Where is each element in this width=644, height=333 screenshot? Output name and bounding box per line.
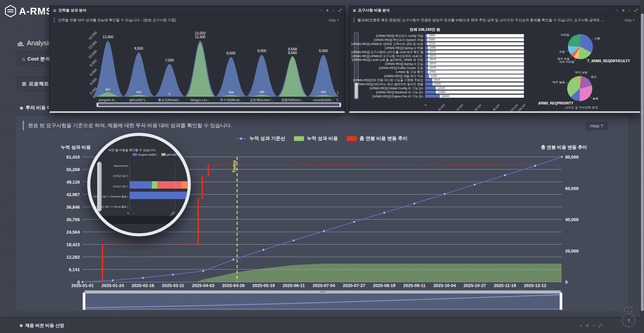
svg-text:2025-08-19: 2025-08-19 — [373, 283, 396, 288]
req-bar[interactable]: 2093 — [425, 38, 524, 42]
req-bar[interactable]: 2314 — [425, 42, 524, 46]
svg-text:80,000: 80,000 — [565, 154, 579, 160]
svg-text:2025-02-16: 2025-02-16 — [132, 283, 154, 288]
req-bar-value-segment — [425, 91, 436, 94]
minimize-icon: − — [627, 308, 629, 311]
scrollbar-handle-right[interactable] — [339, 103, 341, 107]
page-scrollbar[interactable] — [640, 0, 644, 333]
magnified-subtitle: 버전 별 비용을 확인할 수 있습니다. — [108, 148, 156, 152]
pies-caption: 난이도 및 우선순위 분포 — [548, 105, 615, 110]
req-bar[interactable]: 2970 — [425, 50, 524, 54]
personnel-scrollbar[interactable] — [96, 102, 341, 107]
scroll-top-button[interactable]: ↑ — [622, 314, 636, 327]
requirements-pie-charts[interactable]: 보통T_ARMS_REQDIFFICULTY매우 어려움매우 쉬움쉬움어려움매우… — [537, 25, 641, 113]
scrollbar-handle-left[interactable] — [97, 103, 98, 107]
req-bar-value-segment — [425, 62, 428, 66]
req-bar-value: 2970 — [430, 50, 436, 54]
magnified-row-label: 2025년 4분기 ( GitLab 활용 ) — [90, 205, 128, 209]
req-bar-value-segment — [425, 70, 428, 74]
magnified-row-label: BaseVersion — [90, 164, 128, 167]
svg-text:42,987: 42,987 — [66, 192, 80, 197]
svg-text:60,000: 60,000 — [565, 186, 579, 191]
svg-text:보통: 보통 — [594, 37, 600, 40]
req-bar-value: 8280 — [434, 82, 441, 86]
req-bar[interactable]: 2970 — [425, 58, 524, 62]
collapse-icon[interactable]: ∨ — [586, 323, 589, 328]
svg-text:7,000: 7,000 — [165, 58, 174, 62]
svg-text:2025-10-04: 2025-10-04 — [433, 283, 456, 288]
next-icon[interactable]: › — [593, 323, 594, 328]
bar-segment — [182, 181, 191, 189]
req-bar[interactable]: 4180 — [425, 74, 524, 78]
datazoom-handle-right[interactable] — [559, 292, 562, 310]
page-scrollbar-thumb[interactable] — [641, 14, 644, 311]
svg-text:2025-05-19: 2025-05-19 — [252, 283, 275, 288]
req-bar[interactable]: 2970 — [425, 62, 524, 66]
req-bar-value: 2093 — [429, 38, 435, 42]
scrollbar-fill[interactable] — [98, 103, 340, 106]
bar-chart-icon — [18, 40, 24, 46]
svg-text:8,500: 8,500 — [227, 51, 235, 55]
req-bar[interactable]: 11520 — [425, 87, 524, 90]
prev-icon[interactable]: ‹ — [580, 323, 581, 328]
req-bar-value-segment — [425, 38, 427, 42]
bar-segment — [130, 181, 152, 189]
svg-text:2025-06-11: 2025-06-11 — [283, 283, 305, 288]
datazoom-navigator[interactable] — [84, 293, 561, 309]
req-bar[interactable]: 1955 — [425, 34, 524, 38]
req-bar[interactable]: 15840 — [425, 95, 524, 98]
datazoom-track[interactable] — [84, 290, 561, 293]
logo-hexagon-icon — [5, 5, 16, 18]
minimize-pill[interactable]: − — [625, 307, 632, 312]
investment-section-header: ◉ 투자 비용 대 — [20, 105, 52, 111]
svg-text:2025-07-04: 2025-07-04 — [313, 283, 335, 288]
req-bar[interactable]: 11880 — [425, 91, 524, 94]
req-bar[interactable]: 7644 — [425, 78, 524, 82]
req-bar-value-segment — [425, 82, 433, 86]
bar-segment — [152, 181, 157, 189]
req-bar[interactable]: 8280 — [425, 82, 524, 86]
svg-text:T_ARMS_REQPRIORITY: T_ARMS_REQPRIORITY — [537, 101, 573, 105]
personnel-chart[interactable]: 14,00012,00010,0008,0006,0004,0002,00001… — [50, 6, 345, 113]
magnified-row-label: 2025년 2분기 — [90, 185, 128, 188]
req-bar-value-segment — [425, 34, 427, 38]
svg-text:416: 416 — [136, 90, 141, 94]
magnified-row-label: 2025년 3분기 ( Redmine 활용 ) — [90, 195, 128, 198]
req-x-tick: 0 — [417, 103, 427, 114]
save-image-icon[interactable]: ↧ — [336, 91, 339, 95]
fullscreen-icon[interactable]: ⤢ — [599, 323, 602, 328]
svg-text:어려움: 어려움 — [561, 33, 570, 37]
req-bar-value-segment — [425, 50, 428, 54]
svg-text:2025-09-11: 2025-09-11 — [403, 283, 426, 288]
magnified-legend-item: dongmin lee[557... — [133, 153, 159, 156]
cost-button-label: Cost 분석 — [27, 56, 50, 62]
version-cost-section[interactable]: ◉ 제품 버전 비용 산정 ‹∨›⤢ — [0, 317, 644, 333]
svg-text:9,000: 9,000 — [319, 49, 328, 53]
svg-text:양형덕[5f18cc...: 양형덕[5f18cc... — [281, 98, 304, 102]
svg-text:2025-01-24: 2025-01-24 — [101, 283, 124, 288]
req-bar[interactable]: 2970 — [425, 54, 524, 58]
magnified-stacked-bar — [130, 181, 191, 189]
req-bar[interactable]: 2992 — [425, 70, 524, 74]
svg-text:2025-04-26: 2025-04-26 — [222, 283, 245, 288]
svg-text:11,500: 11,500 — [195, 35, 205, 39]
restore-icon[interactable]: ↻ — [336, 98, 339, 102]
req-bar-value: 15840 — [441, 95, 450, 98]
req-x-tick: 40,000 — [454, 103, 464, 114]
svg-text:2025-07-27: 2025-07-27 — [343, 283, 366, 288]
svg-text:moon[62655...: moon[62655... — [313, 98, 334, 102]
svg-text:최수연[5ffe49...: 최수연[5ffe49... — [220, 98, 242, 102]
svg-text:14,000: 14,000 — [88, 30, 98, 41]
svg-text:높음: 높음 — [593, 97, 598, 100]
datazoom-grip-icon[interactable] — [320, 291, 325, 292]
req-bar[interactable]: 2880 — [425, 46, 524, 50]
magnifier-lens[interactable]: 버전 별 비용을 확인할 수 있습니다.dongmin lee[557...gk… — [87, 133, 191, 236]
req-bar-value: 2970 — [430, 62, 436, 66]
svg-text:24,564: 24,564 — [66, 230, 80, 235]
svg-text:dongmin le...: dongmin le... — [99, 98, 117, 102]
legend-swatch-icon — [161, 153, 166, 156]
req-bar[interactable]: 2970 — [425, 66, 524, 70]
datazoom-handle-left[interactable] — [83, 292, 86, 310]
svg-text:Mingyu Lee...: Mingyu Lee... — [190, 98, 210, 102]
arrow-up-icon: ↑ — [627, 317, 630, 324]
